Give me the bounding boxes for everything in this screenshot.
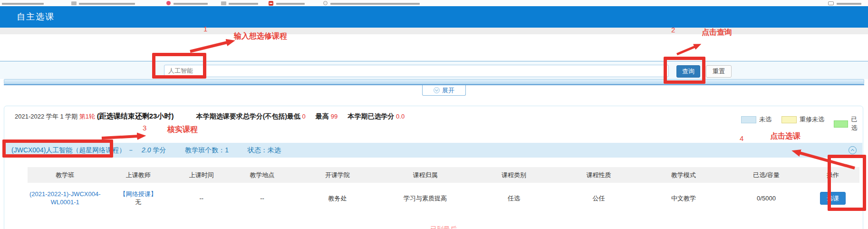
semester-info-row: 2021-2022 学年 1 学期 第1轮 (距选课结束还剩23小时) 本学期选… xyxy=(15,112,405,121)
expand-label: 展开 xyxy=(442,86,454,95)
annotation-step-number: 1 xyxy=(203,25,207,33)
annotation-label: 输入想选修课程 xyxy=(234,31,287,41)
bookmark-text-clipped xyxy=(276,3,305,5)
chevron-down-icon xyxy=(434,87,440,93)
browser-bookmarks-bar xyxy=(0,0,868,6)
panel-gradient-bar xyxy=(4,79,864,84)
red-dot-icon xyxy=(166,1,171,5)
teaching-mode-tag: 【网络授课】 xyxy=(120,190,157,198)
college: 教务处 xyxy=(296,183,380,213)
folder-icon xyxy=(221,1,226,5)
teaching-mode: 中文教学 xyxy=(641,183,726,213)
col-header: 教学模式 xyxy=(641,167,726,183)
class-table: 教学班 上课教师 上课时间 教学地点 开课学院 课程归属 课程类别 课程性质 教… xyxy=(28,167,859,213)
credit-req-min: 0 xyxy=(302,113,306,120)
course-search-input[interactable] xyxy=(164,65,669,77)
deadline-countdown: (距选课结束还剩23小时) xyxy=(97,112,174,120)
reset-button[interactable]: 重置 xyxy=(706,65,732,78)
course-category: 任选 xyxy=(471,183,557,213)
class-count-value: 1 xyxy=(225,146,229,154)
class-time: -- xyxy=(174,183,229,213)
annotation-step-number: 3 xyxy=(143,124,146,132)
col-header: 教学班 xyxy=(28,167,103,183)
folder-icon xyxy=(71,1,77,5)
table-row: (2021-2022-1)-JWCX004-WL0001-1 【网络授课】 无 … xyxy=(28,183,859,213)
course-nature: 公任 xyxy=(557,183,641,213)
col-header: 课程性质 xyxy=(557,167,641,183)
legend-label: 已选 xyxy=(851,115,863,132)
teacher-name: 无 xyxy=(135,198,141,206)
legend-swatch xyxy=(781,116,797,123)
col-header: 课程归属 xyxy=(379,167,471,183)
annotation-step-number: 4 xyxy=(740,134,743,142)
class-code-link[interactable]: (2021-2022-1)-JWCX004-WL0001-1 xyxy=(28,190,103,206)
device-icon xyxy=(828,1,834,5)
bookmark-text-clipped xyxy=(229,3,258,5)
red-square-icon xyxy=(269,1,273,6)
annotation-label: 点击查询 xyxy=(702,28,732,38)
legend-label: 未选 xyxy=(759,115,772,124)
col-header: 教学地点 xyxy=(229,167,296,183)
app-header: 自主选课 xyxy=(0,6,868,28)
legend-label: 重修未选 xyxy=(800,115,824,124)
highlight-rect-search-input xyxy=(152,53,206,79)
page-title: 自主选课 xyxy=(17,6,55,28)
chevron-up-icon xyxy=(851,149,854,152)
table-header-row: 教学班 上课教师 上课时间 教学地点 开课学院 课程归属 课程类别 课程性质 教… xyxy=(28,167,859,183)
page: 自主选课 查询 重置 展开 2021-2022 学年 1 学期 第1轮 (距选课… xyxy=(0,0,868,229)
annotation-label: 点击选课 xyxy=(770,131,800,141)
legend-selected: 已选 xyxy=(834,115,863,132)
class-place: -- xyxy=(229,183,296,213)
course-credit-value: 2.0 xyxy=(142,146,151,154)
col-header: 课程类别 xyxy=(471,167,557,183)
legend-swatch xyxy=(741,116,756,123)
course-credit-unit: 学分 xyxy=(153,146,166,154)
legend-retake-unselected: 重修未选 xyxy=(781,115,824,124)
credit-req-max-label: 最高 xyxy=(316,112,329,120)
course-status-label: 状态： xyxy=(248,146,268,154)
end-of-list-hint: 已到最后 xyxy=(430,225,457,229)
header-divider-strip xyxy=(0,28,868,34)
legend-unselected: 未选 xyxy=(741,115,772,124)
class-count-label: 教学班个数： xyxy=(185,146,225,154)
semester-round: 第1轮 xyxy=(79,113,95,120)
col-header: 上课时间 xyxy=(174,167,229,183)
semester-term: 2021-2022 学年 1 学期 xyxy=(15,113,77,120)
annotation-label: 核实课程 xyxy=(167,125,198,135)
bookmark-text-clipped xyxy=(330,3,420,5)
selected-credit-value: 0.0 xyxy=(396,113,405,120)
highlight-rect-course-title xyxy=(2,139,113,158)
legend-swatch xyxy=(834,120,848,128)
bookmark-text-clipped xyxy=(837,3,861,5)
annotation-step-number: 2 xyxy=(671,26,675,34)
expand-toggle[interactable]: 展开 xyxy=(422,85,466,96)
bookmark-text-clipped xyxy=(174,3,208,5)
highlight-rect-query-button xyxy=(664,57,705,84)
capacity: 0/5000 xyxy=(726,183,806,213)
bookmark-text-clipped xyxy=(2,3,44,5)
highlight-rect-action-column xyxy=(828,155,866,211)
arrow-step1 xyxy=(190,42,227,51)
course-header-bar: (JWCX004)人工智能（超星网络课程） － 2.0 学分 教学班个数：1 状… xyxy=(5,143,862,158)
col-header: 已选/容量 xyxy=(726,167,806,183)
credit-req-prefix: 本学期选课要求总学分(不包括)最低 xyxy=(196,112,300,120)
selected-credit-label: 本学期已选学分 xyxy=(347,112,394,120)
globe-icon xyxy=(323,1,328,5)
col-header: 上课教师 xyxy=(103,167,174,183)
collapse-course-button[interactable] xyxy=(849,146,857,154)
credit-req-max: 99 xyxy=(331,113,338,120)
course-status-value: 未选 xyxy=(268,146,281,154)
col-header: 开课学院 xyxy=(296,167,380,183)
course-result-panel: 2021-2022 学年 1 学期 第1轮 (距选课结束还剩23小时) 本学期选… xyxy=(4,106,863,229)
arrow-step2 xyxy=(677,47,695,54)
bookmark-text-clipped xyxy=(79,3,135,5)
course-belong: 学习与素质提高 xyxy=(379,183,471,213)
